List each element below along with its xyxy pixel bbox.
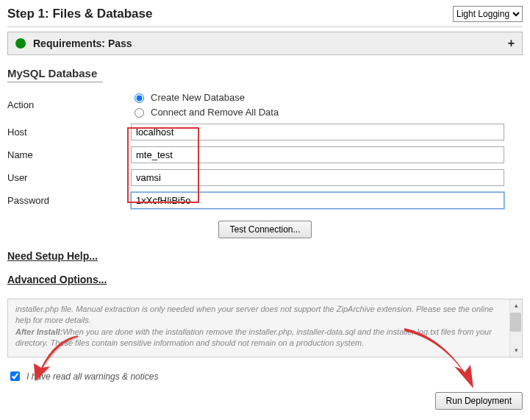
need-help-link[interactable]: Need Setup Help... xyxy=(7,250,98,262)
password-input[interactable] xyxy=(131,192,504,209)
requirements-label: Requirements: Pass xyxy=(33,38,132,49)
host-input[interactable] xyxy=(131,124,504,140)
radio-create[interactable] xyxy=(135,93,144,103)
label-name: Name xyxy=(7,143,131,166)
requirements-panel[interactable]: Requirements: Pass + xyxy=(7,32,523,55)
expand-icon[interactable]: + xyxy=(508,37,515,50)
notice-text: installer.php file. Manual extraction is… xyxy=(8,299,522,357)
status-dot-icon xyxy=(15,38,26,49)
user-input[interactable] xyxy=(131,169,504,186)
radio-create-text: Create New Database xyxy=(151,92,245,103)
notice-line1: installer.php file. Manual extraction is… xyxy=(15,305,493,324)
radio-remove[interactable] xyxy=(135,108,144,118)
radio-remove-label[interactable]: Connect and Remove All Data xyxy=(131,106,523,118)
db-section-title: MySQL Database xyxy=(7,67,103,82)
db-form: Action Create New Database Connect and R… xyxy=(7,88,523,212)
test-connection-button[interactable]: Test Connection... xyxy=(218,221,311,238)
radio-create-label[interactable]: Create New Database xyxy=(131,91,523,103)
notice-box: installer.php file. Manual extraction is… xyxy=(7,299,523,357)
name-input[interactable] xyxy=(131,146,504,163)
agree-label: I have read all warnings & notices xyxy=(26,371,158,382)
label-user: User xyxy=(7,166,131,189)
scroll-thumb[interactable] xyxy=(510,313,521,332)
run-deployment-button[interactable]: Run Deployment xyxy=(435,392,523,410)
agree-checkbox[interactable] xyxy=(10,371,20,381)
notice-after-text: When you are done with the installation … xyxy=(15,327,492,347)
notice-scrollbar[interactable]: ▴ ▾ xyxy=(509,299,522,357)
advanced-options-link[interactable]: Advanced Options... xyxy=(7,274,107,285)
scroll-up-icon[interactable]: ▴ xyxy=(515,299,518,312)
logging-select[interactable]: Light Logging xyxy=(453,6,523,22)
notice-after-label: After Install: xyxy=(15,327,62,336)
label-password: Password xyxy=(7,189,131,212)
label-host: Host xyxy=(7,121,131,143)
radio-remove-text: Connect and Remove All Data xyxy=(151,107,279,118)
step-title: Step 1: Files & Database xyxy=(7,7,152,21)
label-action: Action xyxy=(7,88,131,121)
scroll-down-icon[interactable]: ▾ xyxy=(515,344,518,357)
